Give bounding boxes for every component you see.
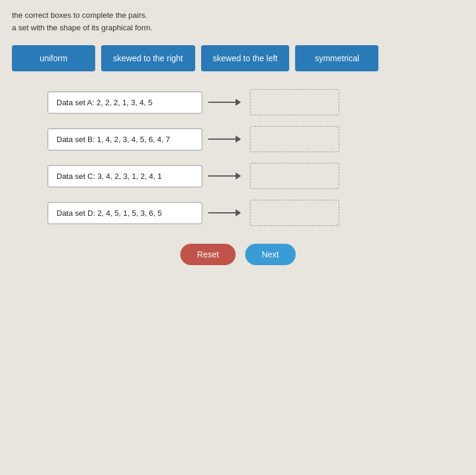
arrow-c bbox=[202, 171, 250, 181]
arrow-d bbox=[202, 208, 250, 218]
arrow-a bbox=[202, 97, 250, 107]
arrow-line-segment-b bbox=[208, 139, 236, 140]
page: the correct boxes to complete the pairs.… bbox=[0, 0, 476, 475]
match-row-c: Data set C: 3, 4, 2, 3, 1, 2, 4, 1 bbox=[48, 163, 464, 189]
bottom-buttons: Reset Next bbox=[12, 244, 464, 265]
next-button[interactable]: Next bbox=[245, 244, 296, 265]
arrow-b bbox=[202, 134, 250, 144]
matching-area: Data set A: 2, 2, 2, 1, 3, 4, 5 Data set… bbox=[48, 89, 464, 226]
arrow-line-d bbox=[208, 208, 244, 218]
arrow-line-segment-d bbox=[208, 212, 236, 213]
arrow-head-a bbox=[236, 99, 241, 106]
arrow-head-c bbox=[236, 172, 241, 180]
dataset-box-a: Data set A: 2, 2, 2, 1, 3, 4, 5 bbox=[48, 92, 202, 114]
answer-box-b[interactable] bbox=[250, 126, 339, 152]
answer-box-d[interactable] bbox=[250, 200, 339, 226]
dataset-box-c: Data set C: 3, 4, 2, 3, 1, 2, 4, 1 bbox=[48, 165, 202, 187]
dataset-box-b: Data set B: 1, 4, 2, 3, 4, 5, 6, 4, 7 bbox=[48, 128, 202, 150]
option-symmetrical[interactable]: symmetrical bbox=[295, 45, 378, 71]
answer-box-c[interactable] bbox=[250, 163, 339, 189]
instruction-line2: a set with the shape of its graphical fo… bbox=[12, 23, 464, 32]
match-row-d: Data set D: 2, 4, 5, 1, 5, 3, 6, 5 bbox=[48, 200, 464, 226]
arrow-head-d bbox=[236, 209, 241, 216]
option-skewed-right[interactable]: skewed to the right bbox=[101, 45, 195, 71]
option-uniform[interactable]: uniform bbox=[12, 45, 95, 71]
arrow-line-a bbox=[208, 97, 244, 107]
options-row: uniform skewed to the right skewed to th… bbox=[12, 45, 464, 71]
arrow-head-b bbox=[236, 136, 241, 143]
arrow-line-b bbox=[208, 134, 244, 144]
reset-button[interactable]: Reset bbox=[180, 244, 236, 265]
instruction-line1: the correct boxes to complete the pairs. bbox=[12, 11, 464, 20]
match-row-b: Data set B: 1, 4, 2, 3, 4, 5, 6, 4, 7 bbox=[48, 126, 464, 152]
answer-box-a[interactable] bbox=[250, 89, 339, 115]
arrow-line-segment-a bbox=[208, 102, 236, 103]
match-row-a: Data set A: 2, 2, 2, 1, 3, 4, 5 bbox=[48, 89, 464, 115]
arrow-line-segment-c bbox=[208, 175, 236, 177]
arrow-line-c bbox=[208, 171, 244, 181]
dataset-box-d: Data set D: 2, 4, 5, 1, 5, 3, 6, 5 bbox=[48, 202, 202, 224]
option-skewed-left[interactable]: skewed to the left bbox=[201, 45, 290, 71]
